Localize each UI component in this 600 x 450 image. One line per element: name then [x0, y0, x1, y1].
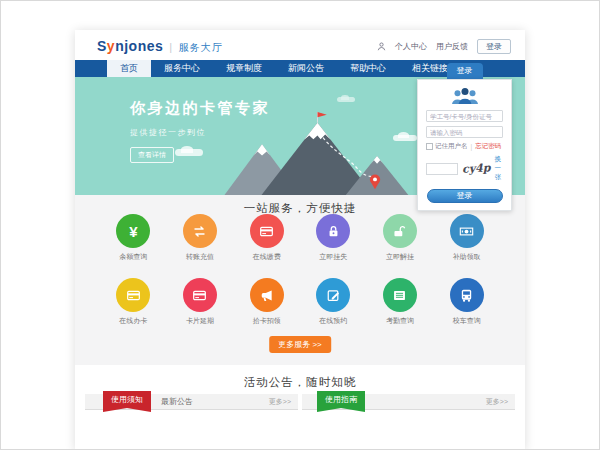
service-label: 补助领取: [433, 252, 500, 262]
header-login-button[interactable]: 登录: [477, 39, 511, 54]
announcements-section: 活动公告，随时知晓 使用须知 最新公告 更多>> 使用指南 更多>>: [75, 365, 525, 450]
header-links: 个人中心 用户反馈 登录: [377, 39, 511, 54]
list-icon: [383, 278, 417, 312]
unlock-icon: [383, 214, 417, 248]
service-label: 校车查询: [433, 316, 500, 326]
divider: |: [471, 143, 473, 150]
service-label: 拾卡招领: [233, 316, 300, 326]
card-icon: [250, 214, 284, 248]
service-balance[interactable]: ¥余额查询: [100, 214, 167, 278]
portal-page: Synjones|服务大厅 个人中心 用户反馈 登录 首页服务中心规章制度新闻公…: [75, 30, 525, 450]
banknote-icon: [450, 214, 484, 248]
service-report-loss[interactable]: 立即挂失: [300, 214, 367, 278]
remember-checkbox[interactable]: [426, 143, 433, 150]
logo-text: Synjones: [97, 38, 163, 54]
service-recharge[interactable]: 转账充值: [167, 214, 234, 278]
service-label: 立即挂失: [300, 252, 367, 262]
logo[interactable]: Synjones|服务大厅: [97, 38, 223, 55]
left-more-link[interactable]: 更多>>: [269, 394, 291, 409]
service-unfreeze[interactable]: 立即解挂: [367, 214, 434, 278]
card-icon: [183, 278, 217, 312]
nav-item-home[interactable]: 首页: [107, 60, 151, 77]
services-section: 一站服务，方便快捷 ¥余额查询转账充值在线缴费立即挂失立即解挂补助领取在线办卡卡…: [75, 195, 525, 365]
service-label: 在线办卡: [100, 316, 167, 326]
banner-subtitle: 提供捷径一步到位: [130, 127, 270, 138]
lock-icon: [316, 214, 350, 248]
megaphone-icon: [250, 278, 284, 312]
header: Synjones|服务大厅 个人中心 用户反馈 登录: [75, 30, 525, 60]
service-card-claim[interactable]: 拾卡招领: [233, 278, 300, 342]
bus-icon: [450, 278, 484, 312]
login-submit-button[interactable]: 登录: [427, 189, 503, 203]
service-card-renew[interactable]: 卡片延期: [167, 278, 234, 342]
service-reserve[interactable]: 在线预约: [300, 278, 367, 342]
service-label: 转账充值: [167, 252, 234, 262]
banner-detail-button[interactable]: 查看详情: [130, 147, 174, 163]
yen-icon: ¥: [116, 214, 150, 248]
transfer-icon: [183, 214, 217, 248]
remember-label: 记住用户名: [435, 142, 468, 151]
login-tab[interactable]: 登录: [447, 63, 483, 79]
logo-divider: |: [169, 41, 172, 53]
service-label: 立即解挂: [367, 252, 434, 262]
captcha-row: cy4p 换一张: [426, 155, 503, 182]
nav-item-service-center[interactable]: 服务中心: [151, 60, 213, 77]
services-grid: ¥余额查询转账充值在线缴费立即挂失立即解挂补助领取在线办卡卡片延期拾卡招领在线预…: [100, 214, 500, 342]
cloud-icon: [337, 97, 355, 102]
login-form: 记住用户名 | 忘记密码 cy4p 换一张 登录: [417, 79, 512, 211]
edit-icon: [316, 278, 350, 312]
remember-row: 记住用户名 | 忘记密码: [426, 142, 503, 151]
captcha-input[interactable]: [426, 163, 458, 175]
announcements-right-panel: 使用指南 更多>>: [302, 394, 515, 410]
announcements-title: 活动公告，随时知晓: [75, 365, 525, 390]
tab-usage-guide[interactable]: 使用指南: [317, 391, 365, 412]
site-name: 服务大厅: [179, 42, 223, 53]
password-input[interactable]: [426, 126, 503, 138]
change-captcha-link[interactable]: 换一张: [494, 155, 503, 182]
username-input[interactable]: [426, 110, 503, 122]
service-label: 在线预约: [300, 316, 367, 326]
banner-title: 你身边的卡管专家: [130, 99, 270, 118]
nav-item-news[interactable]: 新闻公告: [275, 60, 337, 77]
nav-item-help-center[interactable]: 帮助中心: [337, 60, 399, 77]
forgot-password-link[interactable]: 忘记密码: [475, 142, 501, 151]
nav-item-rules[interactable]: 规章制度: [213, 60, 275, 77]
service-school-bus[interactable]: 校车查询: [433, 278, 500, 342]
service-label: 在线缴费: [233, 252, 300, 262]
tab-usage-notice[interactable]: 使用须知: [103, 391, 151, 412]
service-pay-online[interactable]: 在线缴费: [233, 214, 300, 278]
captcha-image[interactable]: cy4p: [462, 161, 491, 175]
person-icon: [377, 42, 386, 51]
service-subsidy[interactable]: 补助领取: [433, 214, 500, 278]
personal-center-link[interactable]: 个人中心: [395, 41, 427, 52]
service-apply-card[interactable]: 在线办卡: [100, 278, 167, 342]
more-services-button[interactable]: 更多服务 >>: [269, 336, 331, 353]
service-label: 卡片延期: [167, 316, 234, 326]
login-panel: 登录 记住用户名 | 忘记密码 cy4p 换一张 登录: [417, 63, 512, 211]
users-icon: [447, 86, 483, 106]
card-icon: [116, 278, 150, 312]
user-feedback-link[interactable]: 用户反馈: [436, 41, 468, 52]
tab-latest-announcements[interactable]: 最新公告: [161, 394, 193, 409]
announcements-left-panel: 使用须知 最新公告 更多>>: [85, 394, 298, 410]
banner-text: 你身边的卡管专家 提供捷径一步到位 查看详情: [130, 99, 270, 163]
service-attendance[interactable]: 考勤查询: [367, 278, 434, 342]
cloud-icon: [393, 135, 417, 141]
service-label: 考勤查询: [367, 316, 434, 326]
right-more-link[interactable]: 更多>>: [486, 394, 508, 409]
service-label: 余额查询: [100, 252, 167, 262]
